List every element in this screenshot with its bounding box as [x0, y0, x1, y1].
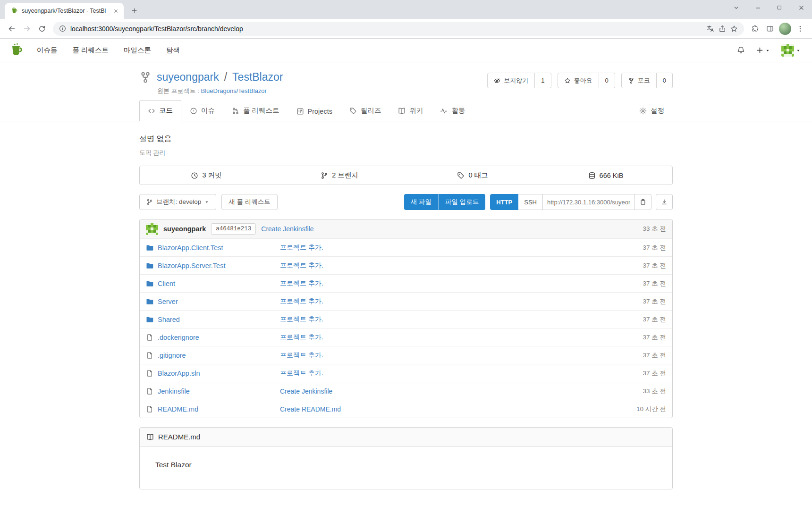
- commit-author-name[interactable]: suyeongpark: [163, 225, 206, 233]
- tab-releases[interactable]: 릴리즈: [341, 100, 390, 121]
- file-name-link[interactable]: Client: [158, 280, 175, 287]
- notifications-bell-icon[interactable]: [737, 46, 745, 54]
- clone-http-toggle[interactable]: HTTP: [490, 194, 518, 210]
- maximize-button[interactable]: [769, 0, 790, 15]
- tab-wiki[interactable]: 위키: [389, 100, 431, 121]
- file-name-link[interactable]: Server: [158, 298, 178, 305]
- close-window-button[interactable]: [790, 0, 812, 15]
- repo-description: 설명 없음: [139, 134, 673, 144]
- nav-item-pull-requests[interactable]: 풀 리퀘스트: [65, 39, 117, 62]
- download-archive-button[interactable]: [656, 194, 673, 210]
- readme-header: README.md: [140, 428, 672, 446]
- file-icon: [146, 334, 153, 341]
- tab-pull-requests-label: 풀 리퀘스트: [243, 106, 279, 115]
- clone-ssh-toggle[interactable]: SSH: [518, 194, 543, 210]
- file-commit-message-link[interactable]: 프로젝트 추가.: [280, 333, 643, 342]
- star-count[interactable]: 0: [599, 73, 615, 88]
- file-commit-message-link[interactable]: 프로젝트 추가.: [280, 297, 643, 306]
- create-new-dropdown[interactable]: [756, 47, 770, 54]
- commit-message-link[interactable]: Create Jenkinsfile: [261, 225, 313, 233]
- file-name-link[interactable]: BlazorApp.sln: [158, 370, 200, 377]
- side-panel-icon[interactable]: [763, 22, 777, 36]
- nav-item-explore[interactable]: 탐색: [159, 39, 187, 62]
- file-commit-message-link[interactable]: 프로젝트 추가.: [280, 261, 643, 270]
- file-commit-message-link[interactable]: 프로젝트 추가.: [280, 369, 643, 378]
- tab-search-chevron-icon[interactable]: [725, 0, 747, 15]
- manage-topics-link[interactable]: 토픽 관리: [139, 149, 166, 157]
- file-commit-message-link[interactable]: 프로젝트 추가.: [280, 244, 643, 252]
- browser-profile-avatar[interactable]: [779, 23, 791, 35]
- commit-author-avatar[interactable]: [146, 223, 158, 235]
- fork-button[interactable]: 포크: [621, 73, 657, 88]
- branch-selector-dropdown[interactable]: 브랜치: develop: [139, 194, 216, 210]
- file-commit-message-link[interactable]: Create README.md: [280, 405, 636, 413]
- tab-settings[interactable]: 설정: [631, 100, 673, 121]
- translate-icon[interactable]: [707, 25, 714, 33]
- file-name-link[interactable]: .dockerignore: [158, 334, 199, 341]
- fork-origin-label: 원본 프로젝트 :: [157, 87, 199, 94]
- nav-item-issues[interactable]: 이슈들: [29, 39, 65, 62]
- minimize-button[interactable]: [747, 0, 769, 15]
- user-avatar-dropdown[interactable]: [781, 44, 801, 57]
- readme-section: README.md Test Blazor: [139, 427, 673, 489]
- url-text[interactable]: localhost:3000/suyeongpark/TestBlazor/sr…: [70, 25, 702, 33]
- caret-down-icon: [796, 48, 801, 53]
- star-button[interactable]: 좋아요: [558, 73, 599, 88]
- file-commit-message-link[interactable]: 프로젝트 추가.: [280, 279, 643, 288]
- stat-branches[interactable]: 2 브랜치: [273, 166, 406, 185]
- repo-stats-bar: 3 커밋 2 브랜치 0 태그 666 KiB: [139, 166, 673, 185]
- file-name-link[interactable]: .gitignore: [158, 352, 186, 359]
- stat-tags[interactable]: 0 태그: [406, 166, 539, 185]
- repo-name-link[interactable]: TestBlazor: [232, 71, 283, 84]
- address-bar[interactable]: localhost:3000/suyeongpark/TestBlazor/sr…: [53, 22, 744, 36]
- stat-commits-label: 3 커밋: [202, 171, 221, 180]
- file-name-link[interactable]: BlazorApp.Client.Test: [158, 244, 223, 252]
- tab-releases-label: 릴리즈: [361, 106, 381, 115]
- file-name-link[interactable]: Shared: [158, 316, 180, 323]
- site-info-icon[interactable]: [59, 25, 66, 32]
- file-name-link[interactable]: Jenkinsfile: [158, 387, 190, 395]
- new-file-button[interactable]: 새 파일: [404, 194, 438, 210]
- latest-commit-row: suyeongpark a46481e213 Create Jenkinsfil…: [140, 219, 672, 238]
- tab-projects[interactable]: Projects: [288, 101, 341, 121]
- code-icon: [148, 107, 155, 115]
- file-commit-message-link[interactable]: 프로젝트 추가.: [280, 351, 643, 360]
- browser-menu-dots-icon[interactable]: [793, 22, 807, 36]
- file-commit-time: 37 초 전: [643, 244, 666, 252]
- upload-file-button[interactable]: 파일 업로드: [438, 194, 485, 210]
- tab-activity[interactable]: 활동: [431, 100, 474, 121]
- extensions-puzzle-icon[interactable]: [748, 22, 762, 36]
- gitea-logo-icon[interactable]: [8, 43, 24, 58]
- repo-action-buttons: 보지않기 1 좋아요 0 포크 0: [487, 71, 673, 88]
- tab-code[interactable]: 코드: [139, 100, 181, 121]
- reload-icon[interactable]: [35, 22, 49, 36]
- clone-url-input[interactable]: [542, 194, 635, 210]
- file-commit-message-link[interactable]: 프로젝트 추가.: [280, 315, 643, 324]
- fork-origin-link[interactable]: BlueDragons/TestBlazor: [201, 87, 266, 94]
- stat-size[interactable]: 666 KiB: [539, 166, 672, 185]
- back-icon[interactable]: [5, 22, 19, 36]
- tab-pull-requests[interactable]: 풀 리퀘스트: [223, 100, 288, 121]
- forward-icon[interactable]: [20, 22, 34, 36]
- file-commit-message-link[interactable]: Create Jenkinsfile: [280, 387, 643, 395]
- nav-item-milestones[interactable]: 마일스톤: [116, 39, 159, 62]
- new-pull-request-button[interactable]: 새 풀 리퀘스트: [221, 194, 278, 210]
- file-row: BlazorApp.Client.Test 프로젝트 추가. 37 초 전: [140, 238, 672, 256]
- copy-clone-url-button[interactable]: [634, 194, 651, 210]
- share-icon[interactable]: [719, 25, 726, 33]
- file-type-icon: [146, 262, 153, 269]
- new-tab-button[interactable]: [127, 4, 141, 17]
- file-name-link[interactable]: BlazorApp.Server.Test: [158, 262, 225, 269]
- watch-count[interactable]: 1: [535, 73, 551, 88]
- file-list: BlazorApp.Client.Test 프로젝트 추가. 37 초 전 Bl…: [140, 238, 672, 418]
- browser-tab[interactable]: suyeongpark/TestBlazor - TestBl: [5, 3, 124, 19]
- bookmark-star-icon[interactable]: [730, 25, 738, 33]
- repo-owner-link[interactable]: suyeongpark: [157, 71, 219, 84]
- tab-close-icon[interactable]: [111, 7, 120, 15]
- commit-sha-link[interactable]: a46481e213: [211, 223, 256, 235]
- tab-issues[interactable]: 이슈: [181, 100, 223, 121]
- file-name-link[interactable]: README.md: [158, 405, 198, 413]
- stat-commits[interactable]: 3 커밋: [140, 166, 273, 185]
- unwatch-button[interactable]: 보지않기: [487, 73, 535, 88]
- fork-count[interactable]: 0: [657, 73, 673, 88]
